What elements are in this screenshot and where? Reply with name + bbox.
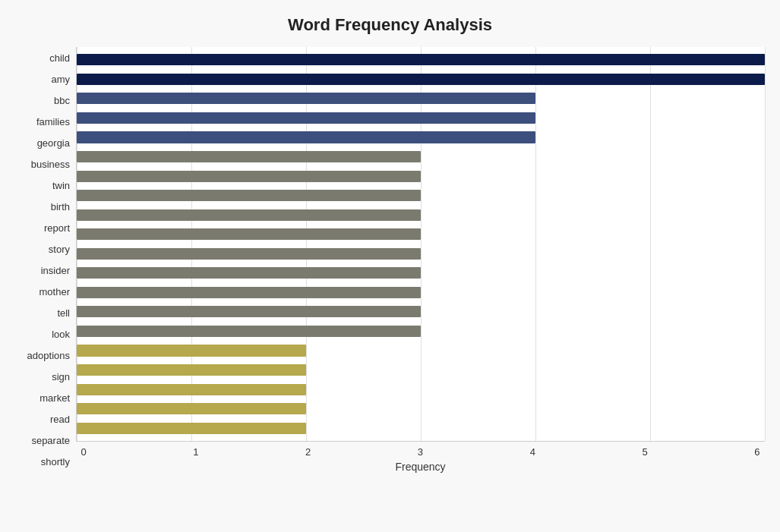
x-tick: 5 <box>637 446 652 458</box>
bar-row <box>77 127 765 147</box>
bar <box>77 228 421 240</box>
bar-row <box>77 418 765 438</box>
y-label: tell <box>57 308 70 318</box>
bar-row <box>77 50 765 70</box>
bar-row <box>77 147 765 167</box>
bar <box>77 93 535 104</box>
y-label: families <box>36 117 70 127</box>
bar <box>77 364 306 376</box>
y-label: twin <box>52 181 70 190</box>
y-label: amy <box>51 74 70 84</box>
bar <box>77 248 421 260</box>
bar-row <box>77 89 765 109</box>
x-tick: 2 <box>301 446 316 458</box>
y-label: story <box>49 244 70 254</box>
bar-row <box>77 283 765 303</box>
bar-row <box>77 70 765 90</box>
x-tick: 4 <box>525 446 540 458</box>
bar <box>77 74 765 85</box>
x-tick: 0 <box>76 446 91 458</box>
bar-row <box>77 263 765 283</box>
bar <box>77 384 306 395</box>
y-label: sign <box>52 372 70 382</box>
y-label: bbc <box>54 96 70 105</box>
y-label: georgia <box>37 138 70 148</box>
bar-row <box>77 244 765 263</box>
x-tick: 6 <box>750 446 765 458</box>
bar <box>77 267 421 279</box>
x-axis-label: Frequency <box>76 461 765 473</box>
x-tick: 3 <box>412 446 428 458</box>
bar-row <box>77 322 765 342</box>
y-label: shortly <box>41 457 70 467</box>
y-axis: childamybbcfamiliesgeorgiabusinesstwinbi… <box>15 47 76 473</box>
bar <box>77 345 306 356</box>
bars-wrapper <box>76 47 765 442</box>
y-label: adoptions <box>27 351 70 360</box>
bar-row <box>77 399 765 419</box>
bars-and-xaxis: 0123456 Frequency <box>76 47 765 473</box>
bar-row <box>77 225 765 244</box>
bar <box>77 54 765 65</box>
bar <box>77 131 535 143</box>
bar <box>77 326 421 337</box>
bar <box>77 190 421 201</box>
chart-title: Word Frequency Analysis <box>15 15 765 35</box>
y-label: insider <box>41 266 70 275</box>
bar-row <box>77 109 765 128</box>
y-label: market <box>39 393 70 403</box>
bar-row <box>77 341 765 360</box>
bar-row <box>77 302 765 322</box>
bar <box>77 423 306 434</box>
y-label: look <box>52 329 70 339</box>
bar <box>77 112 535 124</box>
bar-row <box>77 379 765 399</box>
y-label: birth <box>51 202 70 212</box>
bar <box>77 209 421 221</box>
y-label: mother <box>39 287 70 297</box>
y-label: separate <box>31 436 70 445</box>
y-label: report <box>44 223 70 233</box>
bar <box>77 151 421 162</box>
y-label: child <box>49 53 70 63</box>
chart-container: Word Frequency Analysis childamybbcfamil… <box>0 0 780 532</box>
bar-row <box>77 205 765 225</box>
y-label: business <box>31 159 70 169</box>
grid-line <box>765 47 766 441</box>
bar <box>77 403 306 414</box>
bar-row <box>77 360 765 380</box>
bar-row <box>77 186 765 206</box>
x-axis: 0123456 <box>76 442 765 458</box>
bar <box>77 287 421 298</box>
bar <box>77 171 421 182</box>
chart-area: childamybbcfamiliesgeorgiabusinesstwinbi… <box>15 47 765 473</box>
y-label: read <box>50 414 70 424</box>
bar <box>77 306 421 317</box>
x-tick: 1 <box>188 446 204 458</box>
bar-row <box>77 166 765 186</box>
